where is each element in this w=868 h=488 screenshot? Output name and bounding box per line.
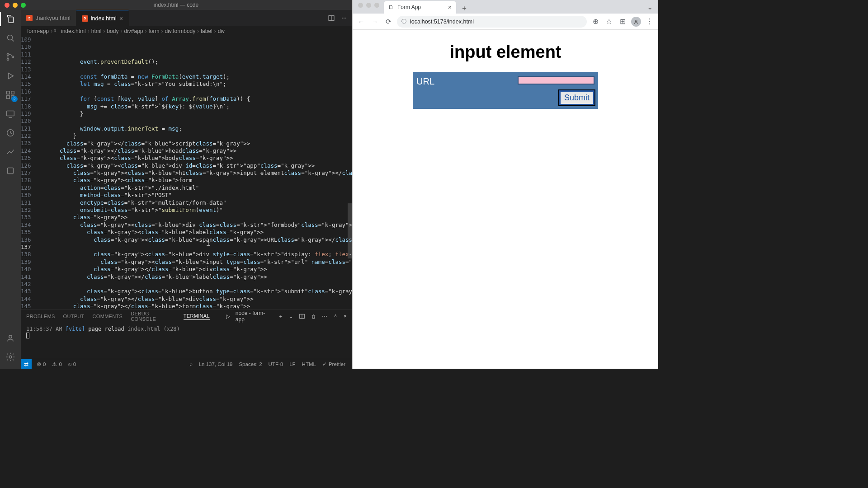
new-tab-button[interactable]: ＋ [459, 3, 470, 14]
svg-line-1 [12, 39, 14, 41]
svg-marker-5 [8, 73, 13, 79]
browser-tab[interactable]: 🗋 Form App × [384, 1, 456, 14]
submit-button[interactable]: Submit [559, 90, 594, 105]
tab-favicon-icon: 🗋 [388, 4, 394, 10]
maximize-window-button[interactable] [21, 3, 26, 8]
scrollbar-thumb[interactable] [348, 203, 352, 258]
panel-tab-output[interactable]: OUTPUT [63, 314, 85, 319]
breadcrumb[interactable]: form-app› 5index.html› html› body› div#a… [21, 26, 352, 36]
close-tab-icon[interactable]: × [119, 15, 123, 22]
bookmark-icon[interactable]: ☆ [604, 17, 614, 26]
status-find-icon[interactable]: ⌕ [186, 361, 196, 367]
status-eol[interactable]: LF [286, 361, 298, 367]
browser-tab-title: Form App [397, 4, 421, 10]
maximize-window-button[interactable] [374, 3, 379, 8]
terminal-dropdown-icon[interactable]: ⌄ [289, 313, 293, 319]
vscode-titlebar: index.html — code [0, 0, 352, 10]
kill-terminal-icon[interactable] [311, 314, 316, 319]
panel-tab-terminal[interactable]: TERMINAL [184, 313, 210, 320]
tab-thankyou[interactable]: 5 thankyou.html [21, 10, 76, 26]
svg-point-20 [635, 20, 637, 22]
svg-point-15 [9, 356, 12, 358]
split-editor-icon[interactable] [328, 14, 335, 22]
run-debug-icon[interactable] [5, 70, 16, 81]
back-button[interactable]: ← [356, 18, 366, 25]
terminal-output[interactable]: 11:58:37 AM [vite] page reload index.htm… [21, 323, 352, 359]
tab-index[interactable]: 5 index.html × [76, 10, 129, 26]
code-content[interactable]: ⌶ event.preventDefault(); const formData… [39, 36, 352, 309]
remote-explorer-icon[interactable] [5, 108, 16, 119]
tab-overflow-icon[interactable]: ⌄ [647, 3, 658, 11]
site-info-icon[interactable]: ⓘ [401, 18, 406, 25]
close-panel-icon[interactable]: × [344, 313, 347, 319]
status-spaces[interactable]: Spaces: 2 [236, 361, 265, 367]
search-icon[interactable] [5, 33, 16, 43]
form-card: URL Submit [413, 72, 598, 109]
extensions-icon[interactable]: 2 [5, 89, 16, 100]
svg-rect-10 [7, 111, 14, 116]
tab-label: index.html [91, 15, 117, 22]
svg-rect-13 [8, 168, 14, 174]
timeline-icon[interactable] [5, 127, 16, 138]
svg-rect-6 [7, 91, 9, 94]
forward-button[interactable]: → [370, 18, 380, 25]
source-control-icon[interactable] [5, 52, 16, 62]
close-window-button[interactable] [5, 3, 9, 8]
html-file-icon: 5 [26, 15, 33, 21]
terminal-task-icon[interactable]: ▷ [226, 313, 230, 319]
ext-icon[interactable] [5, 165, 16, 176]
status-warnings[interactable]: ⚠ 0 [49, 361, 65, 367]
menu-icon[interactable]: ⋮ [645, 17, 655, 26]
status-errors[interactable]: ⊗ 0 [33, 361, 49, 367]
more-actions-icon[interactable]: ⋯ [341, 15, 347, 21]
settings-gear-icon[interactable] [5, 352, 16, 362]
terminal-cursor [26, 333, 29, 338]
explorer-icon[interactable] [5, 14, 16, 24]
url-input[interactable] [518, 76, 594, 84]
split-terminal-icon[interactable] [299, 313, 305, 319]
svg-point-2 [7, 53, 9, 55]
close-window-button[interactable] [358, 3, 363, 8]
terminal-task-label[interactable]: node - form-app [236, 310, 273, 323]
profile-avatar[interactable] [631, 17, 641, 27]
minimize-window-button[interactable] [366, 3, 371, 8]
close-tab-icon[interactable]: × [448, 4, 452, 11]
code-editor[interactable]: 1091101111121131141151161171181191201211… [21, 36, 352, 309]
panel-more-icon[interactable]: ⋯ [322, 313, 327, 319]
editor-tabs: 5 thankyou.html 5 index.html × ⋯ [21, 10, 352, 26]
extensions-badge: 2 [11, 96, 18, 102]
bottom-panel: PROBLEMS OUTPUT COMMENTS DEBUG CONSOLE T… [21, 309, 352, 359]
url-label: URL [416, 76, 513, 87]
svg-point-14 [9, 335, 12, 338]
page-heading: input element [449, 42, 561, 62]
status-ports[interactable]: ⎋ 0 [65, 361, 79, 367]
remote-indicator[interactable]: ⇄ [21, 359, 32, 369]
extensions-icon[interactable]: ⊞ [618, 17, 627, 26]
panel-tab-problems[interactable]: PROBLEMS [26, 314, 55, 319]
svg-rect-9 [11, 91, 14, 94]
status-lang[interactable]: HTML [299, 361, 319, 367]
window-title: index.html — code [154, 2, 198, 8]
minimize-window-button[interactable] [13, 3, 18, 8]
svg-point-0 [8, 35, 13, 40]
status-bar: ⇄ ⊗ 0 ⚠ 0 ⎋ 0 ⌕ Ln 137, Col 19 Spaces: 2… [21, 359, 352, 369]
line-numbers: 1091101111121131141151161171181191201211… [21, 36, 39, 309]
maximize-panel-icon[interactable]: ＾ [333, 313, 338, 320]
page-viewport: input element URL Submit [353, 30, 658, 369]
url-text: localhost:5173/index.html [410, 19, 474, 25]
graph-icon[interactable] [5, 146, 16, 157]
new-terminal-icon[interactable]: ＋ [278, 313, 283, 320]
panel-tab-debug[interactable]: DEBUG CONSOLE [131, 311, 175, 322]
svg-point-3 [7, 58, 9, 60]
tab-label: thankyou.html [35, 15, 71, 21]
browser-toolbar: ← → ⟳ ⓘ localhost:5173/index.html ⊕ ☆ ⊞ … [353, 14, 658, 30]
status-cursor[interactable]: Ln 137, Col 19 [196, 361, 236, 367]
svg-point-4 [12, 56, 14, 58]
panel-tab-comments[interactable]: COMMENTS [93, 314, 123, 319]
status-encoding[interactable]: UTF-8 [265, 361, 287, 367]
zoom-icon[interactable]: ⊕ [590, 17, 600, 26]
reload-button[interactable]: ⟳ [383, 18, 393, 26]
address-bar[interactable]: ⓘ localhost:5173/index.html [397, 16, 587, 28]
accounts-icon[interactable] [5, 333, 16, 343]
status-formatter[interactable]: ✓ Prettier [319, 361, 349, 367]
